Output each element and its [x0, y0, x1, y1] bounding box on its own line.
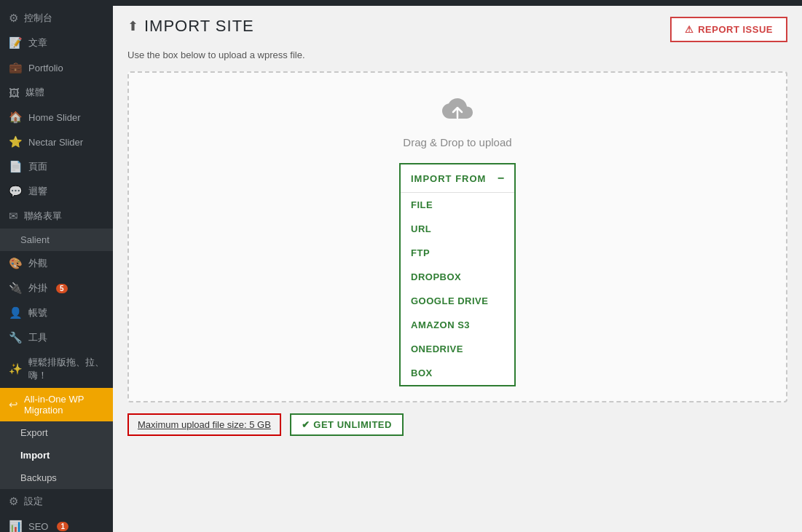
sidebar-item-pages[interactable]: 📄 頁面 — [0, 154, 113, 179]
sidebar-item-nectar-slider[interactable]: ⭐ Nectar Slider — [0, 130, 113, 154]
upload-box[interactable]: Drag & Drop to upload IMPORT FROM − FILE… — [127, 71, 787, 402]
sidebar-item-plugins[interactable]: 🔌 外掛 5 — [0, 276, 113, 301]
sidebar-item-label: 迴響 — [28, 185, 47, 198]
cloud-upload-icon — [439, 95, 476, 130]
alert-icon: ⚠ — [685, 24, 694, 35]
sidebar-item-seo[interactable]: 📊 SEO 1 — [0, 514, 113, 532]
import-site-icon: ⬆ — [127, 18, 138, 34]
home-slider-icon: 🏠 — [9, 111, 23, 124]
sidebar-item-label: All-in-One WP Migration — [24, 394, 106, 416]
sidebar-item-migration[interactable]: ↩ All-in-One WP Migration — [0, 388, 113, 421]
sidebar-item-export[interactable]: Export — [0, 421, 113, 444]
collapse-import-icon[interactable]: − — [498, 172, 504, 185]
sidebar-item-tools[interactable]: 🔧 工具 — [0, 325, 113, 350]
migration-icon: ↩ — [9, 398, 18, 411]
get-unlimited-button[interactable]: ✔ GET UNLIMITED — [290, 413, 404, 436]
import-label: Import — [20, 450, 50, 461]
sidebar-item-import[interactable]: Import — [0, 444, 113, 467]
import-ftp-item[interactable]: FTP — [401, 241, 514, 265]
sidebar-item-comments[interactable]: 💬 迴響 — [0, 179, 113, 204]
pages-icon: 📄 — [9, 160, 23, 173]
import-url-item[interactable]: URL — [401, 217, 514, 241]
migration-submenu: Export Import Backups — [0, 421, 113, 489]
sidebar-item-label: 帳號 — [28, 306, 47, 319]
upload-text: Drag & Drop to upload — [403, 136, 511, 148]
export-label: Export — [20, 427, 48, 438]
sidebar-item-label: 外掛 — [28, 282, 47, 295]
sidebar-item-contact[interactable]: ✉ 聯絡表單 — [0, 204, 113, 229]
sidebar-item-label: Nectar Slider — [28, 137, 83, 148]
settings-icon: ⚙ — [9, 495, 18, 508]
sidebar-item-portfolio[interactable]: 💼 Portfolio — [0, 55, 113, 80]
backups-label: Backups — [20, 472, 57, 483]
page-header: ⬆ IMPORT SITE ⚠ REPORT ISSUE — [127, 17, 787, 42]
import-from-label: IMPORT FROM — [411, 173, 486, 184]
sidebar-item-label: 控制台 — [24, 12, 52, 25]
import-file-item[interactable]: FILE — [401, 193, 514, 217]
seo-badge: 1 — [57, 522, 68, 531]
nectar-icon: ⭐ — [9, 135, 23, 148]
posts-icon: 📝 — [9, 36, 23, 49]
file-size-box: Maximum upload file size: 5 GB — [127, 413, 281, 436]
import-onedrive-item[interactable]: ONEDRIVE — [401, 337, 514, 361]
import-from-dropdown: IMPORT FROM − FILE URL FTP DROPBOX GOOGL… — [399, 163, 516, 386]
plugins-icon: 🔌 — [9, 282, 23, 295]
sidebar-item-label: 設定 — [24, 495, 43, 508]
sidebar-item-label: Salient — [20, 234, 50, 245]
sidebar-item-label: 頁面 — [28, 160, 47, 173]
sidebar-item-label: 媒體 — [25, 86, 44, 99]
sidebar-item-label: 文章 — [28, 36, 47, 49]
sidebar-item-label: Home Slider — [28, 112, 81, 123]
sidebar-item-dashboard[interactable]: ⚙ 控制台 — [0, 6, 113, 31]
media-icon: 🖼 — [9, 87, 20, 99]
sidebar: ⚙ 控制台 📝 文章 💼 Portfolio 🖼 媒體 🏠 Home Slide… — [0, 6, 113, 532]
sidebar-item-home-slider[interactable]: 🏠 Home Slider — [0, 105, 113, 130]
sidebar-item-posts[interactable]: 📝 文章 — [0, 31, 113, 55]
page-title-row: ⬆ IMPORT SITE — [127, 17, 254, 36]
sidebar-item-salient[interactable]: Salient — [0, 229, 113, 251]
sidebar-item-settings[interactable]: ⚙ 設定 — [0, 489, 113, 514]
sidebar-item-backups[interactable]: Backups — [0, 467, 113, 489]
top-bar — [0, 0, 802, 6]
plugins-badge: 5 — [56, 284, 68, 293]
main-content: ⬆ IMPORT SITE ⚠ REPORT ISSUE Use the box… — [113, 6, 802, 532]
import-gdrive-item[interactable]: GOOGLE DRIVE — [401, 289, 514, 313]
sidebar-item-label: Portfolio — [28, 63, 63, 74]
sidebar-item-users[interactable]: 👤 帳號 — [0, 301, 113, 325]
seo-icon: 📊 — [9, 520, 23, 532]
appearance-icon: 🎨 — [9, 257, 23, 270]
file-size-value: 5 GB — [249, 419, 271, 430]
sidebar-item-label: 外觀 — [28, 257, 47, 270]
contact-icon: ✉ — [9, 210, 18, 223]
portfolio-icon: 💼 — [9, 61, 23, 74]
import-from-items: FILE URL FTP DROPBOX GOOGLE DRIVE AMAZON… — [401, 193, 514, 385]
drag-icon: ✨ — [9, 362, 23, 376]
comments-icon: 💬 — [9, 185, 23, 198]
sidebar-item-label: 工具 — [28, 331, 47, 344]
import-s3-item[interactable]: AMAZON S3 — [401, 313, 514, 337]
import-dropbox-item[interactable]: DROPBOX — [401, 265, 514, 289]
sidebar-item-label: 輕鬆排版拖、拉、嗨！ — [28, 356, 106, 382]
get-unlimited-label: GET UNLIMITED — [313, 419, 392, 430]
report-issue-label: REPORT ISSUE — [698, 24, 773, 35]
sidebar-item-label: 聯絡表單 — [24, 210, 62, 223]
sidebar-item-drag-drop[interactable]: ✨ 輕鬆排版拖、拉、嗨！ — [0, 350, 113, 388]
report-issue-button[interactable]: ⚠ REPORT ISSUE — [670, 17, 787, 42]
sidebar-item-media[interactable]: 🖼 媒體 — [0, 80, 113, 105]
import-box-item[interactable]: BOX — [401, 361, 514, 385]
sidebar-item-label: SEO — [28, 521, 48, 532]
users-icon: 👤 — [9, 306, 23, 319]
import-from-header: IMPORT FROM − — [401, 164, 514, 193]
file-size-label: Maximum upload file size: — [138, 419, 249, 430]
file-size-row: Maximum upload file size: 5 GB ✔ GET UNL… — [127, 413, 787, 436]
sidebar-item-appearance[interactable]: 🎨 外觀 — [0, 251, 113, 276]
tools-icon: 🔧 — [9, 331, 23, 344]
dashboard-icon: ⚙ — [9, 12, 18, 25]
page-subtitle: Use the box below to upload a wpress fil… — [127, 49, 787, 60]
circle-check-icon: ✔ — [302, 419, 310, 430]
page-title: IMPORT SITE — [144, 17, 254, 36]
